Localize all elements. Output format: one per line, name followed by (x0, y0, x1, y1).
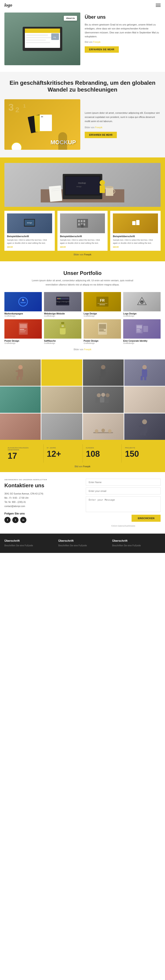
rebranding-photo-credit: Bilder von Freepik (85, 126, 160, 129)
svg-point-86 (97, 393, 101, 397)
stat-label-3: KUNDEN (86, 447, 119, 449)
card-2-link[interactable]: mehr (60, 246, 105, 248)
contact-email-input[interactable] (86, 487, 160, 495)
social-icon-facebook[interactable]: f (5, 517, 11, 523)
portfolio-item-6[interactable]: Saftflasche Grafikdesign (44, 319, 82, 344)
svg-text:BRAND: BRAND (99, 304, 105, 305)
stats-photo-credit: Bild von Freepik (5, 465, 160, 468)
logo-design-2-icon: Δ (135, 296, 149, 308)
svg-rect-69 (137, 325, 142, 328)
contact-email-link[interactable]: contact@abcnpr.com (5, 505, 25, 508)
copyright-link[interactable]: ©2024 Datenschutzhinweis (111, 525, 135, 527)
portfolio-item-title-1: Markenkampagne (5, 312, 42, 315)
svg-rect-72 (137, 332, 141, 332)
svg-rect-31 (83, 223, 85, 226)
hamburger-menu[interactable] (156, 4, 160, 7)
svg-point-94 (101, 429, 105, 432)
svg-point-43 (57, 298, 58, 299)
portfolio-item-1[interactable]: b Markenkampagne Grafikdesign (5, 292, 42, 317)
svg-rect-91 (104, 398, 109, 403)
card-1-link[interactable]: mehr (7, 246, 52, 248)
footer-col-2: Überschrift Beschriften Sie eine Fußzeil… (58, 539, 107, 547)
portfolio-img-5 (5, 319, 42, 339)
menu-line-3 (156, 6, 160, 7)
contact-left: ABONNIEREN SIE UNSEREN NEWSLETTER Kontak… (5, 479, 79, 527)
svg-rect-27 (81, 220, 82, 222)
footer-text-3: Beschriften Sie eine Fußzeile (112, 544, 160, 547)
photo-cell-8 (124, 387, 165, 413)
contact-address: 3041 SO Sunrise Avenue, CFA 43 (174) (5, 492, 79, 496)
card-building-icon (75, 218, 90, 229)
person-4-icon (138, 364, 151, 382)
contact-info: 3041 SO Sunrise Avenue, CFA 43 (174) Mo … (5, 492, 79, 508)
contact-name-input[interactable] (86, 479, 160, 486)
svg-rect-99 (140, 431, 143, 436)
portfolio-item-5[interactable]: Poster Design Grafikdesign (5, 319, 42, 344)
card-2: Beispielüberschrift Sample text. Click t… (58, 211, 108, 251)
stat-item-1: AUSGEZEICHNUNGEN GEWONNEN 17 (5, 444, 43, 463)
photo-grid-section (0, 360, 165, 440)
portfolio-item-cat-8: Grafikdesign (123, 342, 160, 344)
footer-title-3: Überschrift (112, 539, 160, 542)
card-2-title: Beispielüberschrift (60, 235, 105, 238)
svg-rect-56 (20, 329, 24, 330)
portfolio-item-title-5: Poster Design (5, 340, 42, 342)
portfolio-item-cat-2: Grafikdesign (44, 315, 82, 317)
svg-rect-58 (20, 332, 25, 332)
svg-point-78 (101, 365, 106, 369)
social-icon-linkedin[interactable]: in (20, 517, 26, 523)
portfolio-item-8[interactable]: Eine Corporate Identity Grafikdesign (123, 319, 160, 344)
svg-rect-39 (21, 303, 25, 304)
svg-rect-76 (16, 376, 19, 380)
cards-photo-credit: Bilder von Freepik (5, 253, 160, 256)
svg-rect-80 (99, 376, 101, 380)
poster-icon (17, 322, 29, 336)
svg-point-82 (143, 365, 147, 369)
person-writing-icon (14, 364, 27, 382)
cards-photo-link[interactable]: Freepik (84, 253, 91, 256)
svg-rect-2 (25, 29, 60, 33)
portfolio-item-cat-5: Grafikdesign (5, 342, 42, 344)
hero-title: Über uns (85, 14, 160, 20)
logo[interactable]: logo (5, 3, 12, 8)
photo-cell-1 (0, 360, 41, 386)
portfolio-photo-link[interactable]: Freepik (84, 348, 91, 351)
hero-cta-button[interactable]: ERFAHREN SIE MEHR (85, 46, 119, 53)
contact-right: EINSCHICKEN ©2024 Datenschutzhinweis (86, 479, 160, 527)
card-3-link[interactable]: mehr (113, 246, 158, 248)
portfolio-item-3[interactable]: FR BRAND Logo Design Grafikdesign (83, 292, 121, 317)
svg-rect-59 (61, 322, 64, 324)
contact-hours: Mo - Fr: 9:00 - 17:00 Uhr (5, 496, 79, 500)
svg-rect-68 (143, 326, 148, 332)
rebranding-cta-button[interactable]: ERFAHREN SIE MEHR (85, 132, 117, 138)
portfolio-img-4: Δ (123, 292, 160, 311)
contact-submit-button[interactable]: EINSCHICKEN (131, 515, 160, 522)
portfolio-img-1: b (5, 292, 42, 311)
svg-text:b: b (22, 298, 24, 301)
group-meeting-icon (95, 391, 112, 409)
contact-message-input[interactable] (86, 496, 160, 512)
portfolio-img-6 (44, 319, 82, 339)
portfolio-grid: b Markenkampagne Grafikdesign Strategy &… (5, 292, 160, 344)
svg-point-96 (142, 419, 147, 424)
card-2-text: Sample text. Click to select the text bo… (60, 239, 105, 245)
social-icon-twitter[interactable]: t (12, 517, 18, 523)
hero-photo-link[interactable]: Freepik (93, 41, 100, 43)
svg-rect-75 (16, 371, 20, 372)
card-1-title: Beispielüberschrift (7, 235, 52, 238)
portfolio-item-2[interactable]: Strategy & Management Webdesign-Website … (44, 292, 82, 317)
svg-text:img: img (53, 37, 56, 38)
rebranding-photo-link[interactable]: Freepik (95, 126, 102, 129)
stats-section: AUSGEZEICHNUNGEN GEWONNEN 17 6+ JAHRE 12… (0, 440, 165, 472)
svg-text:mockup: mockup (78, 182, 86, 184)
stat-number-2: 12+ (47, 450, 79, 458)
portfolio-item-title-3: Logo Design (83, 312, 121, 315)
portfolio-item-title-7: Poster Design (83, 340, 121, 342)
photo-cell-9 (0, 414, 41, 440)
portfolio-item-4[interactable]: Δ Logo Design Grafikdesign (123, 292, 160, 317)
stats-photo-link[interactable]: Freepik (83, 465, 90, 468)
portfolio-item-7[interactable]: Poster Design Grafikdesign (83, 319, 121, 344)
corporate-identity-icon (135, 323, 149, 335)
portfolio-title: Unser Portfolio (5, 270, 160, 276)
portfolio-item-cat-3: Grafikdesign (83, 315, 121, 317)
